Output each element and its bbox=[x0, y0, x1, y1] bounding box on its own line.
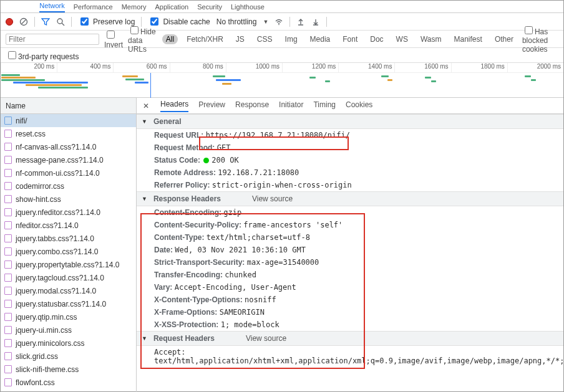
chip-manifest[interactable]: Manifest bbox=[450, 34, 486, 44]
record-button[interactable] bbox=[6, 18, 13, 26]
tab-memory[interactable]: Memory bbox=[122, 3, 147, 12]
request-name: message-pane.css?1.14.0 bbox=[16, 156, 104, 165]
request-row[interactable]: jquery.nfeditor.css?1.14.0 bbox=[1, 206, 136, 219]
third-party-row: 3rd-party requests bbox=[1, 48, 563, 63]
stylesheet-icon bbox=[4, 261, 12, 269]
tab-network[interactable]: Network bbox=[39, 2, 64, 12]
svg-line-3 bbox=[62, 23, 64, 26]
chip-doc[interactable]: Doc bbox=[366, 34, 387, 44]
chevron-down-icon[interactable]: ▼ bbox=[263, 19, 268, 25]
tab-timing[interactable]: Timing bbox=[313, 100, 336, 112]
request-row[interactable]: jquery.minicolors.css bbox=[1, 337, 136, 350]
request-row[interactable]: slick-nifi-theme.css bbox=[1, 363, 136, 376]
chevron-down-icon: ▼ bbox=[142, 335, 147, 342]
filter-icon[interactable] bbox=[41, 17, 50, 26]
request-row[interactable]: message-pane.css?1.14.0 bbox=[1, 153, 136, 166]
throttling-select[interactable]: No throttling bbox=[216, 17, 257, 26]
download-icon[interactable] bbox=[311, 17, 320, 26]
stylesheet-icon bbox=[4, 274, 12, 282]
request-row[interactable]: jquery.tagcloud.css?1.14.0 bbox=[1, 271, 136, 284]
stylesheet-icon bbox=[4, 169, 12, 177]
stylesheet-icon bbox=[4, 313, 12, 321]
request-row[interactable]: nf-canvas-all.css?1.14.0 bbox=[1, 140, 136, 153]
upload-icon[interactable] bbox=[296, 17, 305, 26]
chip-all[interactable]: All bbox=[162, 34, 178, 44]
request-row[interactable]: jquery.qtip.min.css bbox=[1, 310, 136, 323]
filter-input[interactable] bbox=[6, 34, 99, 45]
request-row[interactable]: nf-common-ui.css?1.14.0 bbox=[1, 166, 136, 179]
request-name: flowfont.css bbox=[16, 378, 55, 387]
view-source-link[interactable]: View source bbox=[252, 194, 293, 203]
request-name: show-hint.css bbox=[16, 195, 61, 204]
header-row: Vary: Accept-Encoding, User-Agent bbox=[137, 281, 563, 294]
close-icon[interactable]: ✕ bbox=[143, 102, 149, 110]
request-row[interactable]: jquery.propertytable.css?1.14.0 bbox=[1, 258, 136, 271]
request-row[interactable]: jquery-ui.min.css bbox=[1, 323, 136, 337]
chip-ws[interactable]: WS bbox=[392, 34, 412, 44]
stylesheet-icon bbox=[4, 208, 12, 216]
tab-cookies[interactable]: Cookies bbox=[346, 100, 372, 112]
request-name: jquery.qtip.min.css bbox=[16, 313, 77, 322]
timeline-overview[interactable]: 200 ms 400 ms 600 ms 800 ms 1000 ms 1200… bbox=[1, 63, 563, 98]
request-row[interactable]: show-hint.css bbox=[1, 193, 136, 206]
tab-preview[interactable]: Preview bbox=[198, 100, 225, 112]
request-headers-section[interactable]: ▼ Request Headers View source bbox=[137, 331, 563, 346]
chip-img[interactable]: Img bbox=[281, 34, 301, 44]
header-row: X-XSS-Protection: 1; mode=block bbox=[137, 318, 563, 331]
request-row[interactable]: jquery.modal.css?1.14.0 bbox=[1, 284, 136, 297]
wifi-icon[interactable] bbox=[275, 17, 283, 26]
request-row[interactable]: nfeditor.css?1.14.0 bbox=[1, 219, 136, 232]
tab-response[interactable]: Response bbox=[235, 100, 269, 112]
request-name: jquery-ui.min.css bbox=[16, 326, 72, 335]
chip-font[interactable]: Font bbox=[339, 34, 361, 44]
clear-icon[interactable] bbox=[19, 17, 28, 26]
chip-other[interactable]: Other bbox=[491, 34, 517, 44]
chip-media[interactable]: Media bbox=[306, 34, 334, 44]
request-row[interactable]: jquery.combo.css?1.14.0 bbox=[1, 245, 136, 258]
request-row[interactable]: nifi/ bbox=[1, 114, 136, 127]
request-row[interactable]: reset.css bbox=[1, 127, 136, 140]
document-icon bbox=[4, 117, 12, 125]
request-name: jquery.statusbar.css?1.14.0 bbox=[16, 300, 106, 308]
header-row: Content-Encoding: gzip bbox=[137, 206, 563, 219]
chip-js[interactable]: JS bbox=[232, 34, 248, 44]
request-name: jquery.propertytable.css?1.14.0 bbox=[16, 261, 120, 269]
chip-wasm[interactable]: Wasm bbox=[417, 34, 445, 44]
general-section[interactable]: ▼ General bbox=[137, 114, 563, 129]
tab-headers[interactable]: Headers bbox=[160, 100, 188, 112]
request-name: slick.grid.css bbox=[16, 352, 58, 361]
chip-css[interactable]: CSS bbox=[253, 34, 276, 44]
header-row: Content-Type: text/html;charset=utf-8 bbox=[137, 231, 563, 244]
devtools-top-tabs: Console Network Performance Memory Appli… bbox=[1, 1, 563, 13]
stylesheet-icon bbox=[4, 339, 12, 347]
tab-application[interactable]: Application bbox=[155, 3, 188, 12]
tab-security[interactable]: Security bbox=[197, 3, 222, 12]
header-row: X-Content-Type-Options: nosniff bbox=[137, 294, 563, 306]
request-row[interactable]: jquery.statusbar.css?1.14.0 bbox=[1, 297, 136, 310]
request-name: codemirror.css bbox=[16, 182, 64, 191]
request-row[interactable]: flowfont.css bbox=[1, 376, 136, 389]
response-headers-section[interactable]: ▼ Response Headers View source bbox=[137, 191, 563, 206]
view-source-link[interactable]: View source bbox=[246, 334, 286, 343]
preserve-log-checkbox[interactable]: Preserve log bbox=[78, 16, 135, 27]
timeline-bars bbox=[1, 73, 563, 98]
third-party-checkbox[interactable]: 3rd-party requests bbox=[6, 49, 79, 61]
stylesheet-icon bbox=[4, 130, 12, 138]
tab-lighthouse[interactable]: Lighthouse bbox=[231, 3, 265, 12]
request-row[interactable]: jquery.tabbs.css?1.14.0 bbox=[1, 232, 136, 245]
tab-performance[interactable]: Performance bbox=[74, 3, 113, 12]
request-row[interactable]: slick.grid.css bbox=[1, 350, 136, 363]
name-column-header[interactable]: Name bbox=[1, 98, 136, 114]
blocked-cookies-checkbox[interactable]: Has blocked cookies bbox=[522, 24, 558, 54]
disable-cache-checkbox[interactable]: Disable cache bbox=[148, 16, 210, 27]
tab-initiator[interactable]: Initiator bbox=[279, 100, 303, 112]
request-name: nifi/ bbox=[16, 117, 27, 125]
invert-checkbox[interactable]: Invert bbox=[104, 29, 123, 49]
chip-fetchxhr[interactable]: Fetch/XHR bbox=[183, 34, 227, 44]
hide-data-urls-checkbox[interactable]: Hide data URLs bbox=[128, 24, 157, 54]
request-row[interactable]: codemirror.css bbox=[1, 179, 136, 193]
request-name: jquery.nfeditor.css?1.14.0 bbox=[16, 208, 100, 217]
accept-header: Accept: text/html,application/xhtml+xml,… bbox=[137, 346, 563, 367]
search-icon[interactable] bbox=[56, 17, 65, 26]
request-name: nfeditor.css?1.14.0 bbox=[16, 221, 79, 230]
